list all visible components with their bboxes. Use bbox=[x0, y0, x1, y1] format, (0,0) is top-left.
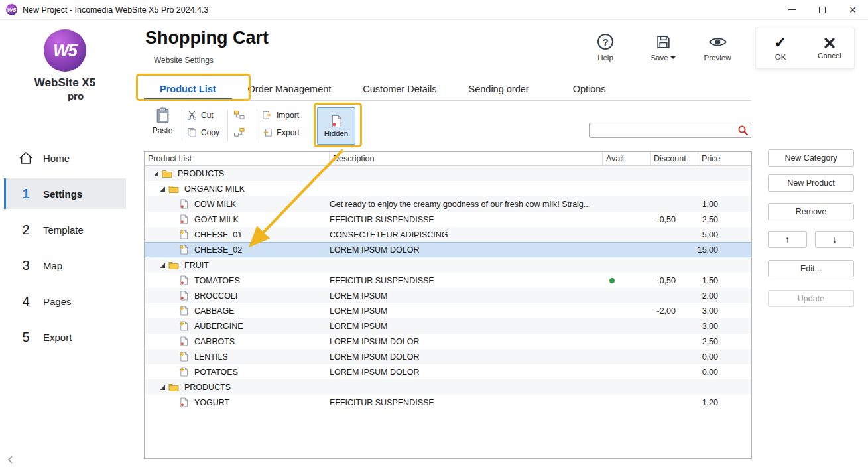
availability-cell bbox=[603, 364, 651, 379]
help-button[interactable]: ? Help bbox=[581, 33, 630, 62]
description-cell bbox=[330, 257, 603, 273]
tab-product-list[interactable]: Product List bbox=[144, 79, 232, 100]
discount-cell bbox=[651, 257, 698, 273]
maximize-button[interactable] bbox=[807, 0, 837, 19]
sidebar: W5 WebSite X5 pro Home1Settings2Template… bbox=[0, 20, 130, 473]
move-out-category-icon bbox=[233, 127, 245, 137]
sidebar-item-template[interactable]: 2Template bbox=[4, 214, 126, 245]
move-up-button[interactable]: ↑ bbox=[768, 231, 807, 248]
price-cell bbox=[698, 166, 751, 181]
sidebar-item-export[interactable]: 5Export bbox=[4, 322, 126, 352]
close-button[interactable]: × bbox=[837, 0, 868, 19]
new-category-button[interactable]: New Category bbox=[768, 149, 854, 167]
sidebar-item-home[interactable]: Home bbox=[4, 143, 126, 173]
copy-button[interactable]: Copy bbox=[187, 126, 219, 139]
minimize-button[interactable] bbox=[776, 0, 807, 19]
ok-button[interactable]: ✓ OK bbox=[756, 27, 805, 68]
move-into-category-button[interactable] bbox=[233, 109, 245, 121]
discount-cell bbox=[651, 379, 698, 395]
table-header: Product ListDescriptionAvail.DiscountPri… bbox=[145, 152, 751, 166]
paste-button[interactable]: Paste bbox=[148, 107, 177, 135]
export-button[interactable]: Export bbox=[262, 126, 300, 139]
app-logo: W5 WebSite X5 pro bbox=[0, 29, 130, 101]
sidebar-item-map[interactable]: 3Map bbox=[4, 250, 126, 281]
cancel-button[interactable]: Cancel bbox=[805, 27, 854, 68]
update-button[interactable]: Update bbox=[768, 290, 854, 307]
edit-button[interactable]: Edit... bbox=[768, 260, 854, 277]
remove-button[interactable]: Remove bbox=[768, 203, 854, 220]
sidebar-item-settings[interactable]: 1Settings bbox=[4, 178, 126, 209]
availability-cell bbox=[603, 181, 651, 196]
save-icon bbox=[656, 34, 671, 50]
confirm-panel: ✓ OK Cancel bbox=[755, 27, 855, 69]
category-row-organic-milk[interactable]: ORGANIC MILK bbox=[145, 181, 751, 196]
row-label: PRODUCTS bbox=[184, 383, 231, 392]
cut-button[interactable]: Cut bbox=[187, 109, 219, 121]
column-header-description[interactable]: Description bbox=[330, 152, 603, 165]
search-input[interactable] bbox=[590, 123, 735, 137]
row-label: LENTILS bbox=[194, 352, 228, 362]
expand-collapse-icon[interactable] bbox=[158, 186, 167, 192]
move-out-category-button[interactable] bbox=[233, 126, 245, 139]
import-button[interactable]: Import bbox=[262, 109, 300, 121]
description-cell: LOREM IPSUM DOLOR bbox=[330, 334, 603, 349]
move-down-button[interactable]: ↓ bbox=[815, 231, 854, 248]
row-label: YOGURT bbox=[194, 398, 229, 407]
search-magnifier-icon[interactable] bbox=[735, 125, 750, 136]
tab-customer-details[interactable]: Customer Details bbox=[347, 79, 452, 100]
help-icon: ? bbox=[597, 34, 613, 50]
product-row-carrots[interactable]: CARROTSLOREM IPSUM DOLOR2,50 bbox=[145, 334, 751, 349]
export-label: Export bbox=[277, 128, 300, 137]
hidden-toggle-button[interactable]: Hidden bbox=[317, 107, 355, 145]
import-icon bbox=[262, 110, 273, 120]
preview-eye-icon bbox=[709, 36, 727, 48]
product-row-tomatoes[interactable]: TOMATOESEFFICITUR SUSPENDISSE-0,501,50 bbox=[145, 273, 751, 288]
product-row-broccoli[interactable]: BROCCOLILOREM IPSUM2,00 bbox=[145, 288, 751, 303]
product-row-goat-milk[interactable]: GOAT MILKEFFICITUR SUSPENDISSE-0,502,50 bbox=[145, 212, 751, 227]
product-row-lentils[interactable]: LENTILSLOREM IPSUM DOLOR0,00 bbox=[145, 349, 751, 364]
product-row-cheese-01[interactable]: CHEESE_01CONSECTETEUR ADIPISCING5,00 bbox=[145, 227, 751, 242]
new-product-button[interactable]: New Product bbox=[768, 174, 854, 192]
sidebar-step-number: 3 bbox=[16, 258, 36, 273]
paste-label: Paste bbox=[153, 126, 173, 135]
expand-collapse-icon[interactable] bbox=[158, 262, 167, 269]
product-row-yogurt[interactable]: YOGURTEFFICITUR SUSPENDISSE1,20 bbox=[145, 395, 751, 410]
description-cell: LOREM IPSUM bbox=[330, 288, 603, 303]
sidebar-item-label: Map bbox=[43, 260, 62, 271]
tab-options[interactable]: Options bbox=[557, 79, 622, 100]
column-header-product-list[interactable]: Product List bbox=[145, 152, 330, 165]
row-label: POTATOES bbox=[194, 368, 238, 377]
sidebar-item-label: Template bbox=[43, 224, 84, 236]
product-icon bbox=[180, 199, 190, 209]
availability-cell bbox=[603, 242, 651, 257]
category-row-fruit[interactable]: FRUIT bbox=[145, 257, 751, 273]
sidebar-item-label: Export bbox=[43, 332, 72, 343]
save-dropdown-caret-icon[interactable] bbox=[670, 56, 676, 59]
sidebar-step-number: 4 bbox=[16, 294, 36, 309]
folder-icon bbox=[168, 383, 180, 391]
collapse-sidebar-button[interactable] bbox=[7, 454, 15, 468]
column-header-price[interactable]: Price bbox=[698, 152, 751, 165]
column-header-discount[interactable]: Discount bbox=[651, 152, 698, 165]
tab-order-management[interactable]: Order Management bbox=[232, 79, 347, 100]
product-row-potatoes[interactable]: POTATOESLOREM IPSUM DOLOR0,00 bbox=[145, 364, 751, 379]
column-header-avail[interactable]: Avail. bbox=[603, 152, 651, 165]
product-row-cheese-02[interactable]: CHEESE_02LOREM IPSUM DOLOR15,00 bbox=[145, 242, 751, 257]
save-button[interactable]: Save bbox=[639, 33, 688, 62]
home-icon bbox=[16, 151, 36, 165]
product-row-cabbage[interactable]: CABBAGELOREM IPSUM-2,003,00 bbox=[145, 303, 751, 318]
product-row-cow-milk[interactable]: COW MILKGet ready to enjoy the creamy go… bbox=[145, 196, 751, 212]
category-row-products[interactable]: PRODUCTS bbox=[145, 379, 751, 395]
preview-button[interactable]: Preview bbox=[693, 33, 742, 62]
expand-collapse-icon[interactable] bbox=[151, 170, 160, 177]
cancel-label: Cancel bbox=[818, 52, 841, 60]
sidebar-item-pages[interactable]: 4Pages bbox=[4, 286, 126, 316]
product-icon bbox=[180, 275, 190, 285]
product-row-aubergine[interactable]: AUBERGINELOREM IPSUM3,00 bbox=[145, 318, 751, 334]
price-cell: 2,50 bbox=[698, 334, 751, 349]
discount-cell bbox=[651, 288, 698, 303]
category-row-products[interactable]: PRODUCTS bbox=[145, 166, 751, 181]
window-title: New Project - Incomedia WebSite X5 Pro 2… bbox=[23, 5, 208, 15]
tab-sending-order[interactable]: Sending order bbox=[453, 79, 545, 100]
expand-collapse-icon[interactable] bbox=[158, 384, 167, 391]
